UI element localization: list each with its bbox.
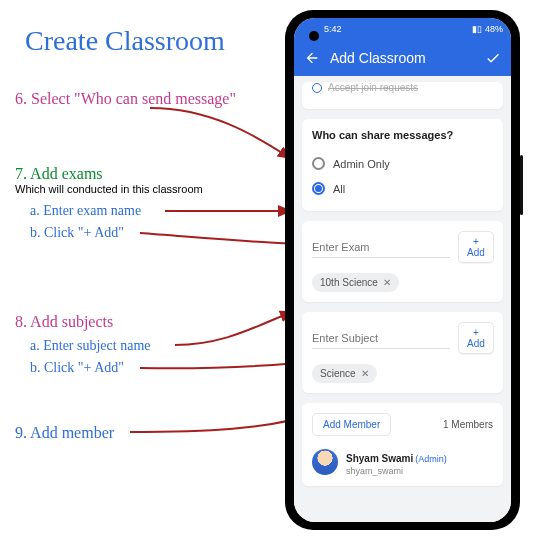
step-8a: a. Enter subject name xyxy=(30,338,151,354)
subject-chip[interactable]: Science ✕ xyxy=(312,364,377,383)
radio-admin-only[interactable]: Admin Only xyxy=(312,151,493,176)
subjects-card: + Add Science ✕ xyxy=(302,312,503,393)
step-8: 8. Add subjects xyxy=(15,313,113,331)
member-username: shyam_swami xyxy=(346,466,447,476)
radio-icon xyxy=(312,157,325,170)
exams-card: + Add 10th Science ✕ xyxy=(302,221,503,302)
subject-input[interactable] xyxy=(312,328,450,349)
radio-label: All xyxy=(333,183,345,195)
members-card: Add Member 1 Members Shyam Swami(Admin) … xyxy=(302,403,503,486)
appbar-title: Add Classroom xyxy=(330,50,426,66)
members-count: 1 Members xyxy=(443,419,493,430)
add-exam-button[interactable]: + Add xyxy=(458,231,494,263)
confirm-icon[interactable] xyxy=(485,50,501,66)
member-name: Shyam Swami xyxy=(346,453,413,464)
radio-icon xyxy=(312,83,322,93)
add-subject-button[interactable]: + Add xyxy=(458,322,494,354)
status-bar: 5:42 ▮▯ 48% xyxy=(294,18,511,40)
step-7b: b. Click "+ Add" xyxy=(30,225,124,241)
radio-label: Admin Only xyxy=(333,158,390,170)
close-icon[interactable]: ✕ xyxy=(361,368,369,379)
step-8b: b. Click "+ Add" xyxy=(30,360,124,376)
battery-label: 48% xyxy=(485,24,503,34)
join-card-partial: Accept join requests xyxy=(302,82,503,109)
step-9: 9. Add member xyxy=(15,424,114,442)
front-camera xyxy=(309,31,319,41)
exam-chip[interactable]: 10th Science ✕ xyxy=(312,273,399,292)
page-title: Create Classroom xyxy=(25,25,225,57)
avatar xyxy=(312,449,338,475)
step-7: 7. Add exams Which will conducted in thi… xyxy=(15,165,203,195)
signal-icon: ▮▯ xyxy=(472,24,482,34)
join-option-label: Accept join requests xyxy=(328,82,418,93)
phone-frame: 5:42 ▮▯ 48% Add Classroom Accept join xyxy=(285,10,520,530)
screen-body: Accept join requests Who can share messa… xyxy=(294,76,511,522)
radio-icon xyxy=(312,182,325,195)
step-7-sub: Which will conducted in this classroom xyxy=(15,183,203,195)
step-7a: a. Enter exam name xyxy=(30,203,141,219)
add-member-button[interactable]: Add Member xyxy=(312,413,391,436)
admin-tag: (Admin) xyxy=(415,454,447,464)
step-6: 6. Select "Who can send message" xyxy=(15,90,236,108)
phone-side-button xyxy=(520,155,523,215)
chip-label: Science xyxy=(320,368,356,379)
share-question: Who can share messages? xyxy=(312,129,493,141)
step-7-label: 7. Add exams xyxy=(15,165,103,182)
member-row[interactable]: Shyam Swami(Admin) shyam_swami xyxy=(312,442,493,476)
exam-input[interactable] xyxy=(312,237,450,258)
back-icon[interactable] xyxy=(304,50,320,66)
close-icon[interactable]: ✕ xyxy=(383,277,391,288)
share-messages-card: Who can share messages? Admin Only All xyxy=(302,119,503,211)
radio-all[interactable]: All xyxy=(312,176,493,201)
chip-label: 10th Science xyxy=(320,277,378,288)
status-time: 5:42 xyxy=(324,24,342,34)
app-bar: Add Classroom xyxy=(294,40,511,76)
phone-screen: 5:42 ▮▯ 48% Add Classroom Accept join xyxy=(294,18,511,522)
